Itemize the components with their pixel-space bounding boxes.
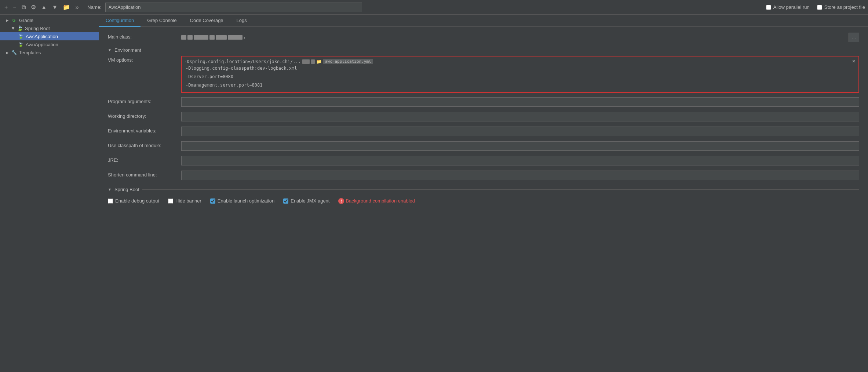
vm-redact-2 bbox=[311, 59, 315, 64]
config-content: Main class: › ... bbox=[99, 27, 868, 372]
error-dot-icon: ! bbox=[338, 198, 344, 204]
main-class-browse-button[interactable]: ... bbox=[849, 33, 859, 42]
jre-field bbox=[181, 156, 859, 165]
sidebar-item-awuapplication-label: AwuApplication bbox=[26, 42, 58, 47]
enable-launch-label: Enable launch optimization bbox=[218, 198, 274, 204]
allow-parallel-checkbox[interactable] bbox=[766, 5, 771, 10]
environment-section-line bbox=[144, 50, 859, 50]
store-project-option[interactable]: Store as project file bbox=[817, 4, 865, 10]
vm-options-container[interactable]: -Dspring.config.location=/Users/jake.chi… bbox=[181, 56, 859, 93]
sidebar-item-templates-label: Templates bbox=[19, 50, 41, 55]
shorten-cmd-input[interactable] bbox=[181, 171, 859, 180]
allow-parallel-option[interactable]: Allow parallel run bbox=[766, 4, 810, 10]
copy-icon[interactable]: ⧉ bbox=[20, 3, 27, 11]
templates-arrow-icon: ▶ bbox=[6, 51, 9, 55]
settings-icon[interactable]: ⚙ bbox=[29, 3, 37, 11]
tab-logs[interactable]: Logs bbox=[230, 15, 254, 27]
folder-icon[interactable]: 📁 bbox=[61, 3, 72, 11]
redact-6 bbox=[228, 35, 242, 40]
enable-debug-label: Enable debug output bbox=[115, 198, 159, 204]
spring-boot-collapse-icon[interactable]: ▼ bbox=[108, 187, 112, 192]
jre-input[interactable] bbox=[181, 156, 859, 165]
toolbar: + − ⧉ ⚙ ▲ ▼ 📁 » Name: Allow parallel run… bbox=[0, 0, 868, 15]
background-compilation-label: Background compilation enabled bbox=[346, 198, 415, 204]
awuapp-icon: 🍃 bbox=[18, 41, 23, 47]
program-args-label: Program arguments: bbox=[108, 97, 181, 104]
program-args-row: Program arguments: bbox=[108, 97, 859, 107]
sidebar-item-springboot[interactable]: ▶ 🍃 Spring Boot bbox=[0, 24, 99, 32]
more-icon[interactable]: » bbox=[74, 3, 80, 11]
remove-icon[interactable]: − bbox=[11, 3, 18, 11]
tab-code-coverage[interactable]: Code Coverage bbox=[183, 15, 230, 27]
sidebar-item-templates[interactable]: ▶ 🔧 Templates bbox=[0, 48, 99, 56]
name-label: Name: bbox=[87, 4, 101, 10]
up-icon[interactable]: ▲ bbox=[40, 3, 48, 11]
enable-debug-checkbox[interactable] bbox=[108, 198, 113, 204]
main-class-label: Main class: bbox=[108, 33, 181, 40]
vm-yaml-badge: awc-application.yml bbox=[323, 59, 373, 64]
jre-label: JRE: bbox=[108, 156, 181, 163]
store-project-checkbox[interactable] bbox=[817, 5, 822, 10]
sidebar-item-springboot-label: Spring Boot bbox=[25, 26, 50, 31]
env-vars-input[interactable] bbox=[181, 127, 859, 136]
tab-configuration[interactable]: Configuration bbox=[99, 15, 141, 27]
spring-boot-section: ▼ Spring Boot Enable debug output Hide b… bbox=[108, 187, 859, 207]
classpath-row: Use classpath of module: bbox=[108, 141, 859, 152]
vm-options-text-1: -Dspring.config.location=/Users/jake.chi… bbox=[184, 59, 301, 64]
spring-boot-section-label: Spring Boot bbox=[114, 187, 139, 192]
env-vars-row: Environment variables: bbox=[108, 127, 859, 137]
enable-launch-checkbox[interactable] bbox=[210, 198, 215, 204]
gradle-icon: G bbox=[11, 17, 17, 23]
hide-banner-option[interactable]: Hide banner bbox=[168, 198, 201, 204]
classpath-label: Use classpath of module: bbox=[108, 141, 181, 148]
enable-jmx-label: Enable JMX agent bbox=[291, 198, 329, 204]
enable-jmx-option[interactable]: Enable JMX agent bbox=[283, 198, 329, 204]
env-vars-field bbox=[181, 127, 859, 136]
wrench-icon: 🔧 bbox=[11, 50, 17, 55]
spring-boot-section-header: ▼ Spring Boot bbox=[108, 187, 859, 192]
working-dir-input[interactable] bbox=[181, 112, 859, 121]
sidebar-item-gradle[interactable]: ▶ G Gradle bbox=[0, 16, 99, 24]
redact-4 bbox=[209, 35, 215, 40]
hide-banner-checkbox[interactable] bbox=[168, 198, 173, 204]
working-dir-field bbox=[181, 112, 859, 121]
environment-collapse-icon[interactable]: ▼ bbox=[108, 48, 112, 52]
classpath-field bbox=[181, 141, 859, 151]
springboot-arrow-icon: ▶ bbox=[11, 27, 15, 30]
redact-arrow: › bbox=[244, 35, 245, 40]
tab-grep-console[interactable]: Grep Console bbox=[141, 15, 183, 27]
store-project-label: Store as project file bbox=[824, 4, 865, 10]
sidebar-item-awcapplication[interactable]: 🍃 AwcApplication bbox=[0, 32, 99, 40]
spring-boot-options: Enable debug output Hide banner Enable l… bbox=[108, 195, 859, 207]
add-icon[interactable]: + bbox=[3, 3, 9, 11]
enable-launch-option[interactable]: Enable launch optimization bbox=[210, 198, 274, 204]
name-input[interactable] bbox=[105, 3, 362, 12]
sidebar-item-awcapplication-label: AwcApplication bbox=[26, 34, 58, 39]
awcapp-icon: 🍃 bbox=[18, 33, 23, 39]
classpath-input[interactable] bbox=[181, 141, 859, 151]
vm-folder-icon: 📁 bbox=[316, 59, 322, 64]
vm-options-row: VM options: -Dspring.config.location=/Us… bbox=[108, 56, 859, 93]
vm-options-first-line: -Dspring.config.location=/Users/jake.chi… bbox=[184, 59, 856, 64]
vm-options-collapse-button[interactable]: ✕ bbox=[850, 58, 857, 65]
shorten-cmd-label: Shorten command line: bbox=[108, 171, 181, 178]
vm-options-field[interactable]: -Dspring.config.location=/Users/jake.chi… bbox=[181, 56, 859, 93]
program-args-input[interactable] bbox=[181, 97, 859, 107]
main-class-redacted: › bbox=[181, 35, 846, 40]
working-dir-label: Working directory: bbox=[108, 112, 181, 119]
vm-options-text-4: -Dmanagement.server.port=8081 bbox=[184, 81, 856, 90]
redact-3 bbox=[194, 35, 208, 40]
down-icon[interactable]: ▼ bbox=[51, 3, 59, 11]
tabs-bar: Configuration Grep Console Code Coverage… bbox=[99, 15, 868, 27]
environment-section-header: ▼ Environment bbox=[108, 47, 859, 53]
env-vars-label: Environment variables: bbox=[108, 127, 181, 134]
sidebar-item-awuapplication[interactable]: 🍃 AwuApplication bbox=[0, 40, 99, 48]
enable-debug-option[interactable]: Enable debug output bbox=[108, 198, 159, 204]
body-container: ▶ G Gradle ▶ 🍃 Spring Boot 🍃 AwcApplicat… bbox=[0, 15, 868, 372]
jre-row: JRE: bbox=[108, 156, 859, 166]
enable-jmx-checkbox[interactable] bbox=[283, 198, 288, 204]
shorten-cmd-row: Shorten command line: bbox=[108, 171, 859, 181]
shorten-cmd-field bbox=[181, 171, 859, 180]
redact-5 bbox=[216, 35, 227, 40]
toolbar-icons: + − ⧉ ⚙ ▲ ▼ 📁 » bbox=[3, 3, 80, 11]
